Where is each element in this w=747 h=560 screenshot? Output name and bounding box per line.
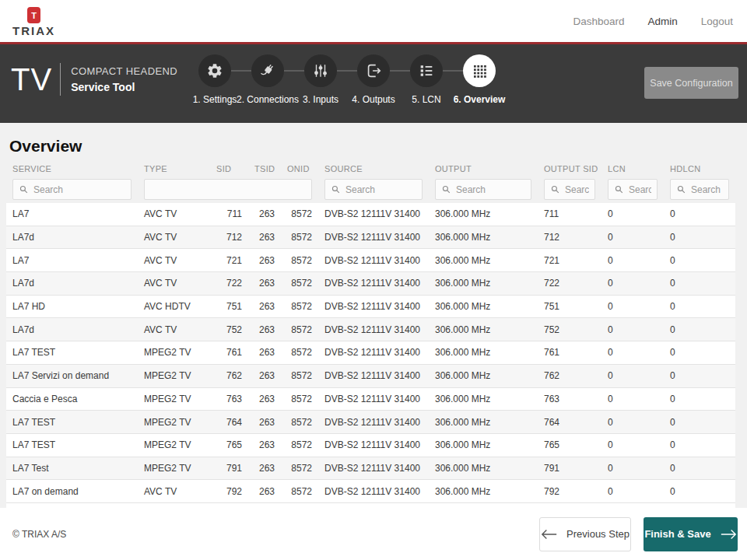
cell-output-sid: 761: [538, 347, 601, 358]
cell-output: 306.000 MHz: [429, 486, 538, 497]
services-table: SERVICETYPESIDTSIDONIDSOURCEOUTPUTOUTPUT…: [6, 161, 735, 508]
list-icon: [410, 54, 443, 87]
cell-service: LA7 TEST: [6, 347, 138, 358]
wizard-step-outputs[interactable]: 4. Outputs: [347, 54, 400, 105]
search-input-output[interactable]: [435, 179, 531, 200]
cell-output-sid: 752: [538, 324, 601, 335]
search-input[interactable]: [345, 184, 416, 195]
cell-source: DVB-S2 12111V 31400: [318, 255, 429, 266]
cell-onid: 8572: [281, 394, 318, 404]
cell-tsid: 263: [248, 394, 281, 404]
search-input[interactable]: [691, 184, 723, 195]
wizard-step-label: 4. Outputs: [352, 94, 395, 105]
cell-output-sid: 721: [538, 255, 601, 266]
cell-hdlcn: 0: [664, 417, 735, 428]
search-input[interactable]: [33, 184, 125, 195]
save-configuration-button[interactable]: Save Configuration: [644, 67, 738, 99]
cell-tsid: 263: [248, 255, 281, 266]
finish-save-label: Finish & Save: [644, 528, 710, 540]
cell-onid: 8572: [281, 463, 318, 474]
cell-tsid: 263: [248, 347, 281, 358]
cell-output: 306.000 MHz: [429, 370, 538, 381]
cell-lcn: 0: [601, 301, 664, 312]
search-icon: [550, 184, 560, 194]
cell-source: DVB-S2 12111V 31400: [318, 463, 429, 474]
nav-dashboard[interactable]: Dashboard: [573, 16, 624, 27]
arrow-right-icon: [720, 528, 737, 541]
search-input[interactable]: [629, 184, 651, 195]
cell-onid: 8572: [281, 278, 318, 289]
previous-step-button[interactable]: Previous Step: [539, 517, 631, 551]
wizard-step-inputs[interactable]: 3. Inputs: [294, 54, 347, 105]
cell-tsid: 263: [248, 486, 281, 497]
cell-output-sid: 792: [538, 486, 601, 497]
cell-output-sid: 711: [538, 208, 601, 219]
product-subtitle-2: Service Tool: [71, 81, 177, 93]
main-content: Overview SERVICETYPESIDTSIDONIDSOURCEOUT…: [0, 123, 747, 508]
cell-service: LA7d: [6, 278, 138, 289]
cell-lcn: 0: [601, 439, 664, 450]
table-row: LA7 Servizi on demandMPEG2 TV7622638572D…: [6, 365, 735, 388]
cell-service: LA7 Test: [6, 463, 138, 474]
column-header-service: SERVICE: [6, 161, 138, 177]
column-header-lcn: LCN: [601, 161, 664, 177]
cell-output: 306.000 MHz: [429, 232, 538, 243]
cell-output-sid: 763: [538, 394, 601, 404]
search-input-output-sid[interactable]: [544, 179, 595, 200]
brand-separator: [60, 63, 61, 96]
cell-output: 306.000 MHz: [429, 347, 538, 358]
wizard-step-lcn[interactable]: 5. LCN: [400, 54, 453, 105]
filter-input[interactable]: [150, 184, 306, 195]
cell-output: 306.000 MHz: [429, 463, 538, 474]
product-name: TV: [11, 64, 52, 95]
cell-lcn: 0: [601, 324, 664, 335]
cell-type: AVC TV: [138, 208, 210, 219]
nav-admin[interactable]: Admin: [647, 16, 677, 27]
search-input-source[interactable]: [324, 179, 423, 200]
wizard-toolbar: TV COMPACT HEADEND Service Tool 1. Setti…: [0, 44, 747, 123]
wizard-step-overview[interactable]: 6. Overview: [453, 54, 506, 105]
cell-service: LA7 TEST: [6, 439, 138, 450]
cell-output-sid: 765: [538, 439, 601, 450]
cell-sid: 711: [210, 208, 248, 219]
cell-lcn: 0: [601, 255, 664, 266]
filter-input-type-group[interactable]: [144, 179, 312, 200]
nav-logout[interactable]: Logout: [701, 16, 733, 27]
cell-tsid: 263: [248, 463, 281, 474]
cell-type: MPEG2 TV: [138, 394, 210, 404]
cell-lcn: 0: [601, 370, 664, 381]
table-row: LA7dAVC TV7122638572DVB-S2 12111V 314003…: [6, 226, 735, 250]
search-input-service[interactable]: [12, 179, 132, 200]
triax-logo: T TRIAX: [12, 7, 55, 37]
cell-output-sid: 791: [538, 463, 601, 474]
wizard-step-settings[interactable]: 1. Settings: [188, 54, 241, 105]
search-input-lcn[interactable]: [608, 179, 658, 200]
page-title: Overview: [9, 137, 747, 156]
finish-save-button[interactable]: Finish & Save: [644, 517, 738, 551]
cell-onid: 8572: [281, 208, 318, 219]
cell-lcn: 0: [601, 347, 664, 358]
search-input-hdlcn[interactable]: [670, 179, 729, 200]
cell-source: DVB-S2 12111V 31400: [318, 232, 429, 243]
cell-output: 306.000 MHz: [429, 439, 538, 450]
cell-service: LA7d: [6, 324, 138, 335]
cell-type: MPEG2 TV: [138, 347, 210, 358]
cell-service: Caccia e Pesca: [6, 394, 138, 404]
search-icon: [19, 184, 29, 194]
cell-output-sid: 712: [538, 232, 601, 243]
cell-source: DVB-S2 12111V 31400: [318, 324, 429, 335]
search-input[interactable]: [456, 184, 525, 195]
cell-hdlcn: 0: [664, 232, 735, 243]
wizard-step-connections[interactable]: 2. Connections: [241, 54, 294, 105]
table-row: LA7 on demandAVC TV7922638572DVB-S2 1211…: [6, 480, 735, 503]
logo-letter: T: [31, 11, 37, 20]
cell-output-sid: 764: [538, 417, 601, 428]
cell-service: LA7 Servizi on demand: [6, 370, 138, 381]
cell-type: AVC TV: [138, 486, 210, 497]
search-input[interactable]: [565, 184, 589, 195]
cell-output: 306.000 MHz: [429, 324, 538, 335]
cell-sid: 722: [210, 278, 248, 289]
column-header-output-sid: OUTPUT SID: [538, 161, 601, 177]
cell-tsid: 263: [248, 439, 281, 450]
wizard-step-label: 1. Settings: [193, 94, 237, 105]
